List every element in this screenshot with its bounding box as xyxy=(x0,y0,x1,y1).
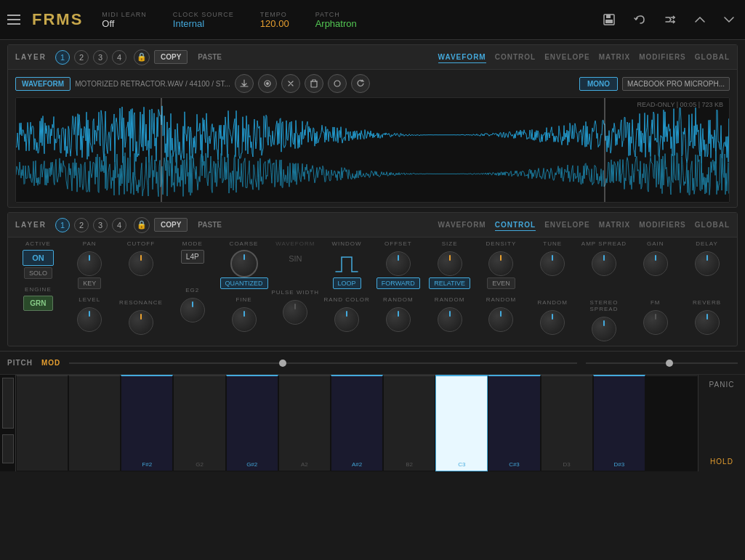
piano-key-c3[interactable]: C3 xyxy=(435,375,488,471)
mod-slider-handle[interactable] xyxy=(666,360,673,367)
layer1-tab-matrix[interactable]: MATRIX xyxy=(599,52,631,63)
layer2-tab-modifiers[interactable]: MODIFIERS xyxy=(639,219,686,231)
wf-delete-icon[interactable] xyxy=(305,74,323,93)
layer2-copy-button[interactable]: COPY xyxy=(154,218,188,232)
layer1-num-2[interactable]: 2 xyxy=(74,50,89,65)
wf-loop-icon[interactable] xyxy=(328,74,347,93)
mod-slider-track[interactable] xyxy=(586,362,738,364)
layer2-tab-envelope[interactable]: ENVELOPE xyxy=(544,219,589,231)
ctrl-tune: TUNE RANDOM xyxy=(528,240,577,336)
waveform-button[interactable]: WAVEFORM xyxy=(15,77,71,91)
density-knob[interactable] xyxy=(488,251,513,276)
piano-key-fs2[interactable]: F#2 xyxy=(121,375,173,471)
grn-button[interactable]: GRN xyxy=(23,296,52,311)
tune-knob[interactable] xyxy=(540,251,565,276)
pulse-width-knob[interactable] xyxy=(283,300,307,325)
layer1-tab-modifiers[interactable]: MODIFIERS xyxy=(639,52,686,63)
layer1-copy-button[interactable]: COPY xyxy=(154,50,188,64)
gain-knob[interactable] xyxy=(643,251,668,276)
piano-key-cs3[interactable]: C#3 xyxy=(488,375,540,471)
layer1-tab-global[interactable]: GLOBAL xyxy=(695,52,730,63)
waveform-display[interactable]: READ-ONLY | 00:05 | 723 KB xyxy=(15,97,730,203)
offset-knob[interactable] xyxy=(386,251,411,276)
mono-button[interactable]: MONO xyxy=(579,77,618,91)
relative-button[interactable]: RELATIVE xyxy=(429,277,470,289)
reverb-knob[interactable] xyxy=(695,310,720,335)
piano-key-g2[interactable]: G2 xyxy=(173,375,225,471)
layer1-num-1[interactable]: 1 xyxy=(55,50,70,65)
cutoff-knob[interactable] xyxy=(129,251,153,276)
layer2-tab-global[interactable]: GLOBAL xyxy=(695,219,730,231)
undo-button[interactable] xyxy=(630,10,649,29)
piano-key-as2[interactable]: A#2 xyxy=(331,375,383,471)
random1-knob[interactable] xyxy=(386,307,411,332)
shuffle-button[interactable] xyxy=(661,10,680,29)
nav-down-button[interactable] xyxy=(720,12,738,27)
fm-knob[interactable] xyxy=(643,310,668,335)
eg2-knob[interactable] xyxy=(180,298,205,322)
wf-download-icon[interactable] xyxy=(235,74,254,93)
piano-key-d3[interactable]: D3 xyxy=(541,375,593,471)
random4-knob[interactable] xyxy=(540,310,565,335)
layer2-num-4[interactable]: 4 xyxy=(112,218,126,232)
window-shape[interactable] xyxy=(333,250,361,277)
quantized-button[interactable]: QUANTIZED xyxy=(220,277,268,289)
mode-select[interactable]: L4P xyxy=(181,250,204,264)
layer2-num-2[interactable]: 2 xyxy=(74,218,89,232)
layer1-tab-envelope[interactable]: ENVELOPE xyxy=(544,52,589,63)
nav-up-button[interactable] xyxy=(691,12,709,27)
rand-color-knob[interactable] xyxy=(334,307,359,332)
piano-key-ds3[interactable]: D#3 xyxy=(593,375,645,471)
layer1-tab-waveform[interactable]: WAVEFORM xyxy=(438,52,486,63)
pitch-slider-handle[interactable] xyxy=(279,360,286,367)
fine-knob[interactable] xyxy=(232,307,257,332)
wf-reverse-icon[interactable] xyxy=(351,74,370,93)
level-knob[interactable] xyxy=(77,307,102,332)
layer2-num-1[interactable]: 1 xyxy=(55,218,70,232)
piano-key-gs2[interactable]: G#2 xyxy=(226,375,278,471)
pitch-slider-track[interactable] xyxy=(69,362,576,364)
hold-button[interactable]: HOLD xyxy=(703,458,741,466)
on-button[interactable]: ON xyxy=(23,250,54,266)
layer1-num-4[interactable]: 4 xyxy=(112,50,126,65)
random2-knob[interactable] xyxy=(438,307,462,332)
wf-cancel-icon[interactable] xyxy=(281,74,300,93)
piano-key-f2[interactable] xyxy=(68,375,121,471)
layer2-tab-matrix[interactable]: MATRIX xyxy=(599,219,631,231)
piano-key-b2[interactable]: B2 xyxy=(383,375,435,471)
piano-key-e2[interactable] xyxy=(16,375,68,471)
solo-button[interactable]: SOLO xyxy=(24,267,52,279)
layer2-tab-waveform[interactable]: WAVEFORM xyxy=(438,219,486,231)
piano-key-e3[interactable] xyxy=(645,375,698,471)
panic-button[interactable]: PANIC xyxy=(703,381,741,389)
size-knob[interactable] xyxy=(438,251,462,276)
resonance-knob[interactable] xyxy=(129,310,153,335)
layer2-lock[interactable]: 🔒 xyxy=(134,217,150,233)
pitch-side-control[interactable] xyxy=(2,378,14,429)
loop-button[interactable]: LOOP xyxy=(333,277,361,289)
save-button[interactable] xyxy=(600,10,619,29)
coarse-knob[interactable] xyxy=(230,250,258,277)
key-button[interactable]: KEY xyxy=(78,277,101,289)
layer2-tab-control[interactable]: CONTROL xyxy=(495,219,536,231)
hamburger-menu[interactable] xyxy=(7,15,20,25)
layer1-lock[interactable]: 🔒 xyxy=(134,49,150,65)
layer1-paste-button[interactable]: PASTE xyxy=(192,51,227,63)
piano-key-a2[interactable]: A2 xyxy=(278,375,331,471)
layer2-num-3[interactable]: 3 xyxy=(93,218,108,232)
layer2-paste-button[interactable]: PASTE xyxy=(192,219,227,231)
random3-knob[interactable] xyxy=(488,307,513,332)
pulse-width-label: PULSE WIDTH xyxy=(271,289,319,296)
layer1-num-3[interactable]: 3 xyxy=(93,50,108,65)
ctrl-active-label: ACTIVE xyxy=(25,240,51,247)
delay-knob[interactable] xyxy=(695,251,720,276)
amp-spread-knob[interactable] xyxy=(592,251,616,276)
forward-button[interactable]: FORWARD xyxy=(376,277,420,289)
wf-record-icon[interactable] xyxy=(258,74,277,93)
pan-knob[interactable] xyxy=(77,251,102,276)
even-button[interactable]: EVEN xyxy=(487,277,515,289)
mic-select[interactable]: MACBOOK PRO MICROPH... xyxy=(622,77,730,91)
layer1-tab-control[interactable]: CONTROL xyxy=(495,52,536,63)
stereo-spread-knob[interactable] xyxy=(592,317,616,341)
mod-side-control[interactable] xyxy=(2,434,14,463)
